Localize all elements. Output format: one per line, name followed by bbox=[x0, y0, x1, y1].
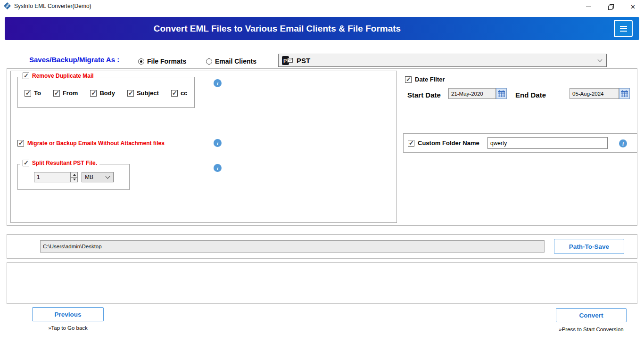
path-to-save-button[interactable]: Path-To-Save bbox=[554, 239, 624, 254]
radio-email-clients-label: Email Clients bbox=[215, 57, 256, 65]
minimize-icon bbox=[586, 7, 591, 7]
header-banner: Convert EML Files to Various Email Clien… bbox=[5, 17, 639, 40]
status-box bbox=[7, 262, 637, 304]
to-label: To bbox=[34, 90, 41, 97]
radio-email-clients-control[interactable] bbox=[206, 58, 212, 65]
previous-hint: »Tap to Go back bbox=[23, 325, 113, 331]
from-checkbox[interactable] bbox=[53, 90, 60, 97]
migrate-without-attachment-label: Migrate or Backup Emails Without Attachm… bbox=[27, 140, 165, 147]
remove-duplicate-group: Remove Duplicate Mail To From Body Subje… bbox=[17, 77, 195, 108]
custom-folder-checkbox[interactable] bbox=[408, 140, 414, 147]
cc-label: cc bbox=[181, 90, 187, 97]
split-unit-dropdown[interactable]: MB bbox=[82, 172, 114, 182]
chevron-down-icon bbox=[598, 57, 603, 62]
info-icon[interactable]: i bbox=[619, 139, 627, 147]
calendar-icon bbox=[621, 90, 628, 97]
spinner-down-button[interactable] bbox=[71, 178, 78, 183]
custom-folder-group: Custom Folder Name i bbox=[403, 133, 637, 153]
to-checkbox[interactable] bbox=[25, 90, 31, 97]
menu-button[interactable] bbox=[614, 20, 633, 37]
format-dropdown[interactable]: P PST bbox=[278, 54, 607, 67]
split-pst-group: Split Resultant PST File. MB bbox=[17, 164, 130, 190]
previous-button[interactable]: Previous bbox=[32, 307, 104, 321]
format-dropdown-value: PST bbox=[297, 57, 310, 65]
info-icon[interactable]: i bbox=[214, 79, 222, 87]
migrate-without-attachment-checkbox[interactable] bbox=[17, 140, 24, 147]
app-logo-icon bbox=[4, 2, 11, 9]
custom-folder-label: Custom Folder Name bbox=[418, 139, 479, 147]
spinner-up-icon bbox=[73, 174, 76, 176]
split-pst-checkbox[interactable] bbox=[23, 160, 29, 166]
remove-duplicate-label: Remove Duplicate Mail bbox=[32, 73, 94, 79]
dup-field-to[interactable]: To bbox=[25, 90, 41, 97]
date-filter-row[interactable]: Date Filter bbox=[405, 76, 445, 83]
migrate-without-attachment-row[interactable]: Migrate or Backup Emails Without Attachm… bbox=[17, 140, 165, 147]
svg-text:P: P bbox=[283, 57, 287, 63]
radio-email-clients[interactable]: Email Clients bbox=[206, 57, 256, 65]
radio-file-formats[interactable]: File Formats bbox=[138, 57, 186, 65]
save-path-input[interactable] bbox=[40, 240, 545, 253]
custom-folder-input[interactable] bbox=[487, 137, 608, 149]
calendar-icon bbox=[498, 90, 505, 97]
end-date-label: End Date bbox=[515, 91, 546, 99]
start-date-input[interactable] bbox=[448, 88, 496, 99]
split-pst-label: Split Resultant PST File. bbox=[32, 160, 97, 166]
split-pst-legend: Split Resultant PST File. bbox=[20, 160, 99, 166]
info-icon[interactable]: i bbox=[214, 139, 222, 147]
remove-duplicate-legend: Remove Duplicate Mail bbox=[20, 73, 96, 79]
radio-file-formats-control[interactable] bbox=[138, 58, 144, 65]
date-filter-label: Date Filter bbox=[415, 76, 445, 83]
radio-file-formats-label: File Formats bbox=[147, 57, 186, 65]
info-icon[interactable]: i bbox=[214, 164, 222, 172]
convert-button[interactable]: Convert bbox=[556, 308, 627, 322]
restore-icon bbox=[608, 4, 613, 9]
split-size-spinner bbox=[71, 172, 78, 182]
subject-label: Subject bbox=[137, 90, 159, 97]
title-bar: SysInfo EML Converter(Demo) × bbox=[0, 0, 644, 12]
subject-checkbox[interactable] bbox=[127, 90, 134, 97]
dup-field-from[interactable]: From bbox=[53, 90, 78, 97]
from-label: From bbox=[63, 90, 78, 97]
split-size-input[interactable] bbox=[34, 172, 71, 182]
hamburger-icon bbox=[620, 26, 627, 32]
restore-button[interactable] bbox=[600, 0, 622, 13]
close-button[interactable]: × bbox=[622, 0, 644, 13]
window-controls: × bbox=[578, 0, 644, 13]
split-unit-value: MB bbox=[85, 174, 93, 180]
start-date-label: Start Date bbox=[407, 91, 441, 99]
page-title: Convert EML Files to Various Email Clien… bbox=[5, 17, 550, 40]
pst-file-icon: P bbox=[282, 56, 293, 65]
spinner-down-icon bbox=[73, 179, 76, 180]
mode-label: Saves/Backup/Migrate As : bbox=[29, 56, 119, 64]
date-filter-checkbox[interactable] bbox=[405, 76, 412, 83]
body-label: Body bbox=[99, 90, 115, 97]
close-icon: × bbox=[631, 3, 636, 11]
dup-field-subject[interactable]: Subject bbox=[127, 90, 159, 97]
body-checkbox[interactable] bbox=[90, 90, 97, 97]
remove-duplicate-checkbox[interactable] bbox=[23, 73, 29, 79]
duplicate-fields-row: To From Body Subject cc bbox=[25, 90, 187, 97]
dup-field-cc[interactable]: cc bbox=[171, 90, 187, 97]
custom-folder-row[interactable]: Custom Folder Name bbox=[408, 139, 479, 147]
dup-field-body[interactable]: Body bbox=[90, 90, 115, 97]
start-date-calendar-button[interactable] bbox=[496, 88, 507, 99]
window-title: SysInfo EML Converter(Demo) bbox=[14, 3, 91, 9]
chevron-down-icon bbox=[106, 174, 110, 179]
spinner-up-button[interactable] bbox=[71, 172, 78, 178]
end-date-input[interactable] bbox=[570, 88, 619, 99]
convert-hint: »Press to Start Conversion bbox=[546, 327, 636, 332]
cc-checkbox[interactable] bbox=[171, 90, 178, 97]
conversion-options-panel: Remove Duplicate Mail To From Body Subje… bbox=[10, 71, 397, 223]
end-date-calendar-button[interactable] bbox=[619, 88, 630, 99]
minimize-button[interactable] bbox=[578, 0, 600, 13]
